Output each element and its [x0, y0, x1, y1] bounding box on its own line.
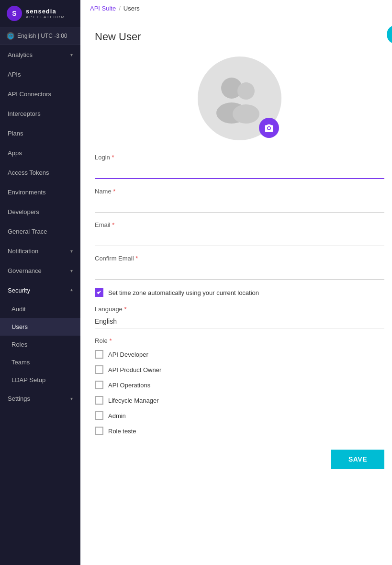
sidebar-item-roles[interactable]: Roles — [0, 336, 80, 353]
logo-text: sensedia API PLATFORM — [26, 8, 65, 19]
sidebar-item-label: LDAP Setup — [11, 376, 45, 384]
sidebar-item-label: Governance — [8, 267, 42, 274]
logo-area: S sensedia API PLATFORM — [0, 0, 80, 27]
role-option-lifecycle-manager: Lifecycle Manager — [95, 396, 384, 405]
role-checkbox-api-developer[interactable] — [95, 350, 103, 359]
role-section: Role * API Developer API Product Owner A… — [95, 337, 384, 435]
email-field-group: Email * — [95, 221, 384, 246]
name-field-group: Name * — [95, 188, 384, 213]
sidebar-item-label: Plans — [8, 130, 23, 137]
sidebar-item-settings[interactable]: Settings ▾ — [0, 389, 80, 408]
sidebar-item-label: Users — [11, 323, 28, 330]
chevron-down-icon: ▾ — [70, 249, 73, 254]
login-label: Login * — [95, 154, 384, 161]
chevron-down-icon: ▾ — [70, 268, 73, 273]
timezone-checkbox-row: Set time zone automatically using your c… — [95, 288, 384, 297]
sidebar-item-apps[interactable]: Apps — [0, 143, 80, 163]
confirm-email-label: Confirm Email * — [95, 255, 384, 262]
sidebar-item-teams[interactable]: Teams — [0, 353, 80, 371]
sidebar-item-label: APIs — [8, 71, 21, 78]
sidebar-item-label: Environments — [8, 189, 45, 196]
avatar-section — [95, 56, 384, 140]
language-bar[interactable]: 🌐 English | UTC -3:00 — [0, 27, 80, 45]
sidebar-item-label: API Connectors — [8, 90, 51, 98]
sidebar-item-label: Analytics — [8, 51, 33, 58]
sidebar-item-environments[interactable]: Environments — [0, 182, 80, 202]
content-area: ROLE cally Admin cally Admin cally Admin — [80, 17, 392, 565]
name-label: Name * — [95, 188, 384, 195]
role-option-label: Admin — [108, 412, 126, 419]
chevron-up-icon: ▾ — [70, 288, 73, 293]
sidebar-item-notification[interactable]: Notification ▾ — [0, 241, 80, 261]
sidebar-item-label: General Trace — [8, 228, 47, 235]
sidebar-item-label: Access Tokens — [8, 169, 49, 176]
timezone-checkbox[interactable] — [95, 288, 103, 297]
sidebar-item-developers[interactable]: Developers — [0, 202, 80, 222]
logo-subtitle: API PLATFORM — [26, 15, 65, 19]
topbar: API Suite / Users — [80, 0, 392, 17]
email-input[interactable] — [95, 230, 384, 246]
save-button[interactable]: SAVE — [331, 450, 384, 469]
breadcrumb-parent[interactable]: API Suite — [90, 5, 116, 12]
sidebar-item-interceptors[interactable]: Interceptors — [0, 104, 80, 124]
sidebar-item-label: Security — [8, 287, 30, 294]
sidebar-item-label: Roles — [11, 341, 27, 348]
svg-point-3 — [233, 104, 259, 124]
role-checkbox-api-operations[interactable] — [95, 381, 103, 389]
globe-icon: 🌐 — [7, 32, 14, 40]
sidebar-item-label: Apps — [8, 149, 22, 157]
avatar — [198, 56, 281, 140]
chevron-down-icon: ▾ — [70, 396, 73, 401]
language-label: Language * — [95, 305, 384, 313]
role-option-label: API Product Owner — [108, 366, 161, 373]
confirm-email-input[interactable] — [95, 264, 384, 280]
language-field-group: Language * English — [95, 305, 384, 328]
breadcrumb-separator: / — [119, 5, 121, 12]
sidebar-item-label: Interceptors — [8, 110, 41, 117]
sidebar-item-ldap-setup[interactable]: LDAP Setup — [0, 371, 80, 389]
role-option-api-operations: API Operations — [95, 381, 384, 389]
role-checkbox-admin[interactable] — [95, 411, 103, 420]
sidebar-item-general-trace[interactable]: General Trace — [0, 222, 80, 241]
sidebar-item-users[interactable]: Users — [0, 318, 80, 336]
role-option-label: Lifecycle Manager — [108, 397, 159, 404]
sidebar-item-apis[interactable]: APIs — [0, 65, 80, 84]
language-value[interactable]: English — [95, 315, 384, 328]
role-checkbox-api-product-owner[interactable] — [95, 365, 103, 374]
save-button-row: SAVE — [95, 450, 384, 469]
avatar-image — [209, 70, 271, 127]
login-field-group: Login * — [95, 154, 384, 179]
role-option-api-developer: API Developer — [95, 350, 384, 359]
sidebar-item-security[interactable]: Security ▾ — [0, 281, 80, 300]
sidebar-item-access-tokens[interactable]: Access Tokens — [0, 163, 80, 182]
role-option-label: API Operations — [108, 382, 150, 389]
new-user-panel: New User — [80, 17, 392, 565]
role-option-label: API Developer — [108, 351, 148, 358]
logo-title: sensedia — [26, 8, 65, 15]
name-input[interactable] — [95, 197, 384, 213]
sidebar-item-label: Teams — [11, 359, 30, 366]
sidebar-item-governance[interactable]: Governance ▾ — [0, 261, 80, 281]
sidebar-item-analytics[interactable]: Analytics ▾ — [0, 45, 80, 65]
role-checkbox-lifecycle-manager[interactable] — [95, 396, 103, 405]
role-option-label: Role teste — [108, 428, 136, 435]
sidebar-item-label: Developers — [8, 208, 39, 215]
sidebar-item-plans[interactable]: Plans — [0, 124, 80, 143]
sidebar-item-label: Audit — [11, 305, 26, 313]
sidebar-item-audit[interactable]: Audit — [0, 300, 80, 318]
role-checkbox-role-teste[interactable] — [95, 427, 103, 435]
role-label: Role * — [95, 337, 384, 344]
panel-title: New User — [95, 31, 384, 43]
confirm-email-field-group: Confirm Email * — [95, 255, 384, 280]
language-label: English | UTC -3:00 — [17, 33, 67, 39]
upload-photo-button[interactable] — [259, 118, 279, 138]
svg-point-2 — [237, 82, 255, 100]
login-input[interactable] — [95, 163, 384, 179]
sidebar-item-api-connectors[interactable]: API Connectors — [0, 84, 80, 104]
camera-icon — [264, 124, 274, 132]
role-option-admin: Admin — [95, 411, 384, 420]
timezone-checkbox-label: Set time zone automatically using your c… — [108, 289, 259, 296]
role-option-role-teste: Role teste — [95, 427, 384, 435]
checkmark-icon — [96, 290, 102, 295]
sidebar-item-label: Notification — [8, 248, 38, 255]
